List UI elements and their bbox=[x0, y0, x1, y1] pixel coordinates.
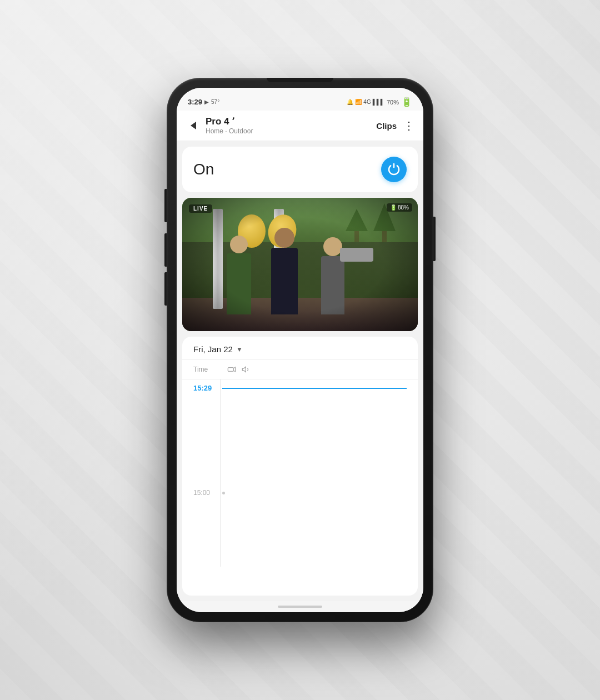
phone-screen: 3:29 ▶ 57° 🔔 📶 4G ▌▌▌ 70% 🔋 bbox=[177, 88, 423, 612]
back-button[interactable] bbox=[186, 118, 201, 133]
signal-icon: 4G bbox=[363, 99, 371, 105]
back-arrow-icon bbox=[191, 122, 196, 129]
bottom-indicator bbox=[177, 601, 423, 612]
camera-battery-icon: 🔋 bbox=[390, 204, 397, 211]
svg-marker-1 bbox=[242, 367, 246, 372]
status-time: 3:29 bbox=[188, 98, 202, 106]
main-content: On bbox=[177, 141, 423, 601]
temp-display: 57° bbox=[211, 99, 219, 105]
timeline-vertical-line bbox=[220, 379, 221, 567]
power-icon bbox=[387, 163, 401, 176]
nav-bar: Pro 4 ʼ Home · Outdoor Clips ⋮ bbox=[177, 111, 423, 141]
time-label-1500: 15:00 bbox=[193, 489, 218, 497]
camera-location: Home · Outdoor bbox=[206, 127, 253, 135]
camera-card[interactable]: LIVE 🔋 88% bbox=[182, 198, 418, 331]
battery-percentage: 70% bbox=[387, 99, 399, 106]
video-status-icon: ▶ bbox=[204, 99, 209, 105]
entry-time-1529: 15:29 bbox=[193, 384, 218, 392]
battery-icon: 🔋 bbox=[401, 97, 412, 107]
nav-right: Clips ⋮ bbox=[376, 120, 414, 131]
camera-vignette bbox=[182, 198, 418, 331]
status-bar-right: 🔔 📶 4G ▌▌▌ 70% 🔋 bbox=[347, 97, 412, 107]
bars-icon: ▌▌▌ bbox=[373, 99, 384, 105]
phone-mockup: 3:29 ▶ 57° 🔔 📶 4G ▌▌▌ 70% 🔋 bbox=[167, 78, 433, 622]
camera-battery-badge: 🔋 88% bbox=[387, 203, 412, 212]
phone-notch bbox=[267, 78, 333, 82]
home-indicator-bar[interactable] bbox=[278, 606, 322, 608]
col-icons-header bbox=[227, 364, 251, 374]
status-icons: 🔔 📶 4G ▌▌▌ bbox=[347, 99, 384, 105]
phone-shell: 3:29 ▶ 57° 🔔 📶 4G ▌▌▌ 70% 🔋 bbox=[167, 78, 433, 622]
timeline-entry[interactable]: 15:29 bbox=[182, 379, 418, 397]
timeline-body: 15:29 15:00 bbox=[182, 379, 418, 567]
col-time-header: Time bbox=[193, 366, 218, 373]
timeline-card: Fri, Jan 22 ▼ Time bbox=[182, 337, 418, 596]
date-chevron-icon: ▼ bbox=[236, 346, 243, 353]
camera-name: Pro 4 ʼ bbox=[206, 116, 253, 127]
power-card: On bbox=[182, 147, 418, 192]
date-selector[interactable]: Fri, Jan 22 ▼ bbox=[182, 337, 418, 360]
nav-title-group: Pro 4 ʼ Home · Outdoor bbox=[206, 116, 253, 135]
power-status-text: On bbox=[193, 161, 214, 178]
video-col-icon bbox=[227, 364, 237, 374]
timeline-empty-space bbox=[182, 397, 418, 486]
more-menu-button[interactable]: ⋮ bbox=[403, 120, 414, 131]
power-toggle-button[interactable] bbox=[381, 157, 407, 182]
time-marker-1500: 15:00 bbox=[182, 486, 418, 500]
wifi-icon: 📶 bbox=[355, 99, 362, 105]
time-dot-1500 bbox=[222, 492, 225, 494]
clips-button[interactable]: Clips bbox=[376, 121, 397, 131]
live-badge: LIVE bbox=[189, 204, 212, 213]
timeline-bottom-space bbox=[182, 500, 418, 567]
status-bar: 3:29 ▶ 57° 🔔 📶 4G ▌▌▌ 70% 🔋 bbox=[177, 88, 423, 111]
svg-rect-0 bbox=[228, 368, 233, 372]
selected-date: Fri, Jan 22 bbox=[193, 344, 233, 354]
camera-battery-pct: 88% bbox=[398, 204, 409, 211]
nav-left: Pro 4 ʼ Home · Outdoor bbox=[186, 116, 253, 135]
alarm-icon: 🔔 bbox=[347, 99, 353, 105]
entry-line-1529 bbox=[222, 388, 407, 389]
audio-col-icon bbox=[241, 364, 251, 374]
status-bar-left: 3:29 ▶ 57° bbox=[188, 98, 219, 106]
timeline-header: Time bbox=[182, 360, 418, 379]
